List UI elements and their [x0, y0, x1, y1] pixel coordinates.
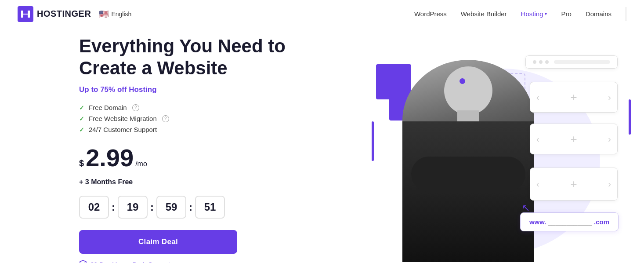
- wordpress-link[interactable]: WordPress: [414, 10, 447, 18]
- right-chevron-3: ›: [608, 179, 611, 189]
- plus-icon-3: +: [570, 177, 577, 191]
- person-image: [402, 60, 534, 262]
- timer-minutes: 19: [118, 196, 148, 219]
- hero-title: Everything You Need to Create a Website: [79, 35, 286, 80]
- guarantee-text: 30-Day Money-Back Guarantee: [90, 261, 177, 263]
- plus-icon-1: +: [570, 91, 577, 104]
- hero-content: Everything You Need to Create a Website …: [79, 35, 286, 263]
- check-icon-3: ✓: [79, 126, 84, 133]
- guarantee-badge: 30-Day Money-Back Guarantee: [79, 260, 286, 263]
- logo[interactable]: HOSTINGER: [18, 6, 91, 22]
- timer-frames: 51: [195, 196, 225, 219]
- hostinger-logo-icon: [18, 6, 33, 22]
- price-dollar-sign: $: [79, 159, 84, 168]
- ui-card-3: ‹ + ›: [530, 168, 618, 201]
- logo-text: HOSTINGER: [37, 9, 91, 19]
- feature-label-1: Free Domain: [89, 104, 127, 111]
- domain-www: www.: [529, 218, 546, 226]
- domains-link[interactable]: Domains: [586, 10, 611, 18]
- left-chevron-2: ‹: [536, 134, 539, 144]
- check-icon-2: ✓: [79, 115, 84, 122]
- language-label: English: [111, 11, 131, 18]
- hero-subtitle: Up to 75% off Hosting: [79, 85, 286, 94]
- feature-migration: ✓ Free Website Migration ?: [79, 115, 286, 122]
- price-block: $ 2.99 /mo: [79, 146, 286, 170]
- shield-icon: [79, 260, 87, 263]
- right-accent-bar: [629, 99, 631, 135]
- nav-right: WordPress Website Builder Hosting ▾ Pro …: [414, 7, 626, 21]
- nav-separator: [626, 7, 626, 21]
- timer-hours: 02: [79, 196, 109, 219]
- website-builder-link[interactable]: Website Builder: [461, 10, 507, 18]
- price-amount: 2.99: [86, 146, 134, 170]
- browser-mockup: [525, 55, 618, 69]
- nav-left: HOSTINGER 🇺🇸 English: [18, 6, 131, 22]
- domain-underline: ____________: [548, 218, 592, 226]
- dot-1: [533, 60, 536, 64]
- pro-link[interactable]: Pro: [561, 10, 571, 18]
- domain-com: .com: [594, 218, 609, 226]
- countdown-timer: 02 : 19 : 59 : 51: [79, 196, 286, 219]
- timer-seconds: 59: [156, 196, 186, 219]
- language-selector[interactable]: 🇺🇸 English: [99, 9, 131, 19]
- right-chevron-1: ›: [608, 92, 611, 102]
- url-bar: [554, 60, 610, 64]
- left-chevron-1: ‹: [536, 92, 539, 102]
- timer-sep-2: :: [150, 201, 154, 213]
- hosting-link[interactable]: Hosting ▾: [521, 10, 547, 18]
- vertical-accent-bar: [372, 121, 374, 161]
- left-chevron-3: ‹: [536, 179, 539, 189]
- hero-section: Everything You Need to Create a Website …: [0, 28, 644, 263]
- price-period: /mo: [135, 160, 147, 168]
- feature-label-3: 24/7 Customer Support: [89, 126, 157, 133]
- help-icon-migration[interactable]: ?: [162, 115, 169, 122]
- navbar: HOSTINGER 🇺🇸 English WordPress Website B…: [0, 0, 644, 28]
- browser-bar: [525, 55, 618, 69]
- feature-free-domain: ✓ Free Domain ?: [79, 104, 286, 111]
- domain-bar: www. ____________ .com: [520, 212, 619, 231]
- feature-support: ✓ 24/7 Customer Support: [79, 126, 286, 133]
- discount-text: 75%: [100, 85, 115, 94]
- ui-card-1: ‹ + ›: [530, 82, 618, 113]
- timer-sep-1: :: [112, 201, 115, 213]
- check-icon-1: ✓: [79, 104, 84, 111]
- flag-icon: 🇺🇸: [99, 9, 109, 19]
- dot-2: [539, 60, 543, 64]
- right-chevron-2: ›: [608, 134, 611, 144]
- hero-illustration: ‹ + › ‹ + › ‹ + › ↖: [363, 42, 626, 262]
- features-list: ✓ Free Domain ? ✓ Free Website Migration…: [79, 104, 286, 133]
- dot-accent: [459, 78, 465, 84]
- ui-card-2: ‹ + ›: [530, 124, 618, 154]
- head-shape: [444, 66, 492, 115]
- price-bonus: + 3 Months Free: [79, 178, 286, 186]
- claim-deal-button[interactable]: Claim Deal: [79, 230, 237, 254]
- dot-3: [545, 60, 549, 64]
- timer-sep-3: :: [189, 201, 192, 213]
- feature-label-2: Free Website Migration: [89, 115, 157, 122]
- help-icon-domain[interactable]: ?: [132, 104, 139, 111]
- hosting-chevron-icon: ▾: [545, 11, 547, 16]
- plus-icon-2: +: [570, 132, 577, 146]
- body-shape: [402, 121, 534, 262]
- arms-shape: [411, 157, 525, 192]
